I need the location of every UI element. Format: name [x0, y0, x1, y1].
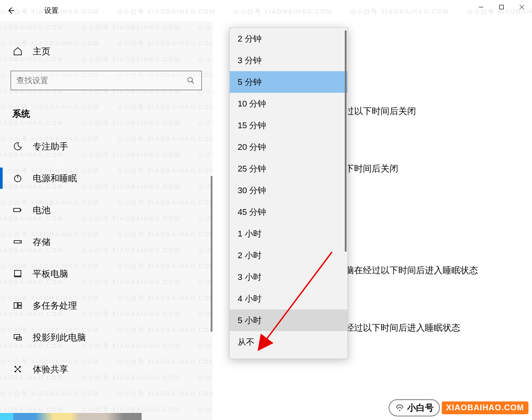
content-line-1: 过以下时间后关闭 [345, 105, 416, 117]
svg-rect-8 [14, 303, 17, 309]
branding-domain: XIAOBAIHAO.COM [442, 401, 528, 414]
multitask-icon [12, 301, 23, 310]
moon-icon [12, 141, 23, 151]
home-icon [12, 46, 23, 56]
dropdown-option[interactable]: 10 分钟 [230, 93, 347, 115]
settings-window: @小白号 XIAOBAIHAO.COM@小白号 XIAOBAIHAO.COM@小… [0, 0, 532, 420]
svg-point-17 [399, 410, 401, 411]
branding: 小白号 XIAOBAIHAO.COM [389, 399, 528, 416]
sidebar: 主页 系统 专注助手电源和睡眠电池存储平板电脑多任务处理投影到此电脑体验共享 [0, 21, 212, 420]
sidebar-item-label: 电源和睡眠 [33, 172, 77, 184]
storage-icon [12, 237, 23, 247]
content-line-4: 经过以下时间后进入睡眠状态 [345, 322, 460, 334]
dropdown-option[interactable]: 5 分钟 [230, 71, 347, 93]
time-dropdown[interactable]: 2 分钟3 分钟5 分钟10 分钟15 分钟20 分钟25 分钟30 分钟45 … [229, 27, 348, 359]
search-box[interactable] [11, 71, 202, 90]
window-controls [471, 0, 532, 14]
svg-rect-10 [18, 306, 21, 309]
branding-label: 小白号 [407, 402, 434, 414]
svg-rect-11 [14, 335, 20, 339]
sidebar-item-label: 电池 [33, 204, 50, 216]
svg-rect-4 [20, 209, 21, 211]
share-icon [12, 364, 23, 374]
sidebar-item-power[interactable]: 电源和睡眠 [0, 162, 212, 194]
svg-point-1 [188, 77, 193, 82]
close-icon [519, 4, 524, 10]
svg-rect-0 [500, 5, 504, 9]
back-button[interactable] [0, 0, 22, 21]
dropdown-option[interactable]: 从不 [230, 331, 347, 353]
sidebar-item-label: 存储 [33, 236, 50, 248]
dropdown-option[interactable]: 3 分钟 [230, 50, 347, 71]
dropdown-option[interactable]: 30 分钟 [230, 179, 347, 201]
sidebar-item-label: 专注助手 [33, 141, 68, 153]
search-icon [185, 76, 196, 84]
window-title: 设置 [44, 6, 58, 15]
dropdown-option[interactable]: 3 小时 [230, 266, 347, 288]
dropdown-option[interactable]: 15 分钟 [230, 115, 347, 136]
minimize-icon [478, 4, 484, 10]
sidebar-item-project[interactable]: 投影到此电脑 [0, 321, 212, 353]
project-icon [12, 332, 23, 342]
titlebar: 设置 [0, 0, 532, 21]
svg-point-6 [20, 241, 21, 242]
svg-rect-3 [14, 208, 20, 211]
sidebar-nav-list: 专注助手电源和睡眠电池存储平板电脑多任务处理投影到此电脑体验共享 [0, 130, 212, 385]
sidebar-item-label: 多任务处理 [33, 300, 77, 312]
sidebar-item-label: 体验共享 [33, 363, 68, 375]
sidebar-item-multitask[interactable]: 多任务处理 [0, 290, 212, 321]
back-arrow-icon [7, 6, 15, 15]
dropdown-option[interactable]: 20 分钟 [230, 136, 347, 158]
content-line-3: 脑在经过以下时间后进入睡眠状态 [345, 264, 478, 276]
sidebar-home-label: 主页 [33, 46, 50, 57]
power-icon [12, 173, 23, 183]
search-input[interactable] [16, 76, 185, 85]
taskbar-stub [0, 413, 212, 420]
dropdown-option[interactable]: 5 小时 [230, 309, 347, 331]
sidebar-item-label: 平板电脑 [33, 268, 68, 280]
minimize-button[interactable] [471, 0, 491, 14]
dropdown-scrollbar[interactable] [345, 31, 347, 252]
dropdown-option[interactable]: 4 小时 [230, 288, 347, 309]
tablet-icon [12, 269, 23, 279]
branding-bubble: 小白号 [389, 399, 440, 416]
sidebar-item-battery[interactable]: 电池 [0, 194, 212, 226]
sidebar-home[interactable]: 主页 [0, 39, 212, 64]
dropdown-option[interactable]: 25 分钟 [230, 158, 347, 179]
sidebar-item-tablet[interactable]: 平板电脑 [0, 258, 212, 290]
wifi-icon [395, 403, 405, 413]
maximize-icon [499, 4, 504, 10]
content-line-2: 下时间后关闭 [345, 163, 398, 175]
maximize-button[interactable] [491, 0, 512, 14]
close-button[interactable] [512, 0, 532, 14]
sidebar-item-moon[interactable]: 专注助手 [0, 130, 212, 162]
dropdown-option[interactable]: 45 分钟 [230, 201, 347, 223]
sidebar-item-label: 投影到此电脑 [33, 332, 86, 344]
battery-icon [12, 205, 23, 215]
svg-rect-7 [15, 271, 21, 276]
sidebar-item-share[interactable]: 体验共享 [0, 353, 212, 385]
dropdown-option[interactable]: 2 小时 [230, 244, 347, 266]
dropdown-option[interactable]: 1 小时 [230, 223, 347, 244]
sidebar-item-storage[interactable]: 存储 [0, 226, 212, 258]
svg-rect-9 [18, 303, 21, 305]
dropdown-option[interactable]: 2 分钟 [230, 28, 347, 50]
sidebar-category: 系统 [0, 101, 212, 130]
